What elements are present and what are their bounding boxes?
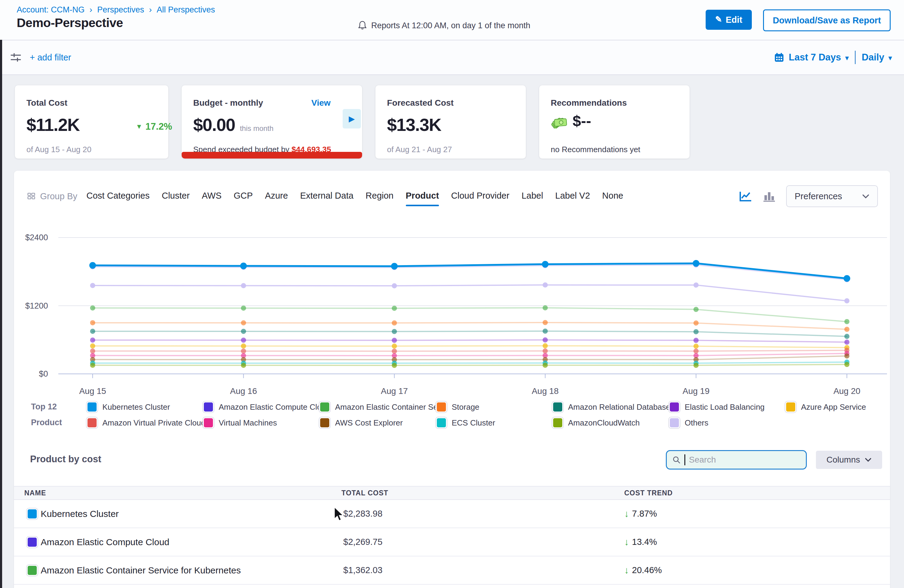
budget-value-caption: this month xyxy=(240,124,274,133)
series-point-kubernetes-cluster xyxy=(240,263,247,269)
breadcrumb-link-account-ccm-ng[interactable]: Account: CCM-NG xyxy=(17,5,85,14)
tab-label[interactable]: Label xyxy=(522,191,543,202)
tab-cost-categories[interactable]: Cost Categories xyxy=(87,191,150,202)
line-chart-type-icon[interactable] xyxy=(739,190,753,202)
total-cost-card: Total Cost $11.2K ▼ 17.2% of Aug 15 - Au… xyxy=(15,85,168,158)
table-body: Kubernetes Cluster$2,283.98↓7.87%Amazon … xyxy=(14,500,890,585)
series-point-elastic-load-balancing xyxy=(542,337,548,343)
table-row-kubernetes-cluster[interactable]: Kubernetes Cluster$2,283.98↓7.87% xyxy=(14,500,890,528)
series-point-others xyxy=(241,283,246,288)
series-point-azure-app-service xyxy=(542,343,548,348)
legend-item-amazon-relational-database: Amazon Relational Database ... xyxy=(552,400,679,414)
card-title: Recommendations xyxy=(551,98,627,108)
report-schedule: Reports At 12:00 AM, on day 1 of the mon… xyxy=(358,21,530,30)
budget-view-link[interactable]: View xyxy=(311,98,330,108)
chevron-down-icon: ▾ xyxy=(888,54,892,62)
y-tick-label: $0 xyxy=(39,369,48,378)
legend-label: AmazonCloudWatch xyxy=(568,418,640,428)
x-tick-label: Aug 20 xyxy=(833,386,861,396)
legend-label: Amazon Relational Database ... xyxy=(568,402,679,412)
legend-swatch xyxy=(319,417,330,428)
x-tick-label: Aug 18 xyxy=(532,386,559,396)
tab-none[interactable]: None xyxy=(602,191,623,202)
bar-chart-type-icon[interactable] xyxy=(762,190,776,202)
legend-title-line1: Top 12 xyxy=(31,402,57,411)
legend-label: ECS Cluster xyxy=(452,418,495,428)
series-point-amazoncloudwatch xyxy=(241,363,246,368)
table-row-amazon-elastic-container-service-for-kubernetes[interactable]: Amazon Elastic Container Service for Kub… xyxy=(14,556,890,585)
tab-aws[interactable]: AWS xyxy=(202,191,221,202)
legend-swatch xyxy=(319,401,330,413)
forecasted-cost-card: Forecasted Cost $13.3K of Aug 21 - Aug 2… xyxy=(375,85,526,158)
page-header: Account: CCM-NG›Perspectives›All Perspec… xyxy=(0,0,904,40)
total-cost-value: $11.2K xyxy=(27,114,80,135)
group-by-row: Group By Cost CategoriesClusterAWSGCPAzu… xyxy=(27,184,878,209)
row-total-cost: $1,362.03 xyxy=(343,556,382,584)
x-tick-label: Aug 17 xyxy=(381,386,408,396)
search-placeholder: Search xyxy=(689,455,716,465)
search-input[interactable]: Search xyxy=(666,450,807,469)
series-line-kubernetes-cluster xyxy=(93,263,847,278)
total-cost-period: of Aug 15 - Aug 20 xyxy=(27,145,92,154)
text-caret xyxy=(684,454,685,465)
tab-external-data[interactable]: External Data xyxy=(300,191,354,202)
tab-cluster[interactable]: Cluster xyxy=(161,191,190,202)
legend-swatch xyxy=(87,401,98,413)
group-by-label: Group By xyxy=(27,191,77,201)
x-tick-label: Aug 16 xyxy=(230,386,257,396)
legend-item-ecs-cluster: ECS Cluster xyxy=(436,416,495,430)
tab-region[interactable]: Region xyxy=(366,191,394,202)
tab-azure[interactable]: Azure xyxy=(265,191,288,202)
series-point-others xyxy=(694,283,699,288)
breadcrumb-link-all-perspectives[interactable]: All Perspectives xyxy=(157,5,215,14)
series-point-storage xyxy=(844,327,850,332)
add-filter-button[interactable]: + add filter xyxy=(30,52,71,63)
legend-swatch xyxy=(552,417,563,428)
series-point-others xyxy=(844,298,850,303)
legend-item-azure-app-service: Azure App Service xyxy=(785,400,866,414)
series-point-elastic-load-balancing xyxy=(90,337,95,343)
series-point-amazoncloudwatch xyxy=(90,363,95,368)
tab-gcp[interactable]: GCP xyxy=(234,191,253,202)
time-range-value: Last 7 Days xyxy=(789,52,841,63)
series-line-amazoncloudwatch xyxy=(93,365,847,365)
granularity-dropdown[interactable]: Daily ▾ xyxy=(862,52,892,63)
row-cost-trend: ↓20.46% xyxy=(624,556,662,584)
legend-label: Azure App Service xyxy=(801,402,866,412)
download-save-report-button[interactable]: Download/Save as Report xyxy=(763,9,891,31)
trend-percent: 7.87% xyxy=(632,509,657,519)
cost-line-chart[interactable]: $0$1200$2400Aug 15Aug 16Aug 17Aug 18Aug … xyxy=(14,225,890,401)
breadcrumb-link-perspectives[interactable]: Perspectives xyxy=(97,5,144,14)
tab-cloud-provider[interactable]: Cloud Provider xyxy=(451,191,509,202)
edit-button[interactable]: ✎ Edit xyxy=(706,10,752,30)
series-point-amazon-elastic-container-se xyxy=(90,305,95,310)
column-header-total-cost: TOTAL COST xyxy=(341,487,388,499)
card-title: Budget - monthly xyxy=(193,98,263,108)
series-point-kubernetes-cluster xyxy=(844,275,850,282)
table-row-amazon-elastic-compute-cloud[interactable]: Amazon Elastic Compute Cloud$2,269.75↓13… xyxy=(14,528,890,556)
series-point-kubernetes-cluster xyxy=(692,260,699,267)
trend-percent: 20.46% xyxy=(632,565,662,575)
x-tick-label: Aug 19 xyxy=(683,386,710,396)
filter-sliders-icon[interactable] xyxy=(9,51,22,64)
divider xyxy=(855,51,856,64)
tab-product[interactable]: Product xyxy=(406,191,439,202)
legend-swatch xyxy=(87,417,98,428)
perspective-panel: Group By Cost CategoriesClusterAWSGCPAzu… xyxy=(14,171,890,588)
row-name: Amazon Elastic Container Service for Kub… xyxy=(41,556,241,584)
columns-dropdown[interactable]: Columns xyxy=(816,451,882,469)
series-point-amazon-relational-database xyxy=(241,329,246,334)
preferences-dropdown[interactable]: Preferences xyxy=(786,185,878,207)
series-point-amazon-elastic-container-se xyxy=(241,305,246,311)
series-point-others xyxy=(90,283,95,288)
granularity-value: Daily xyxy=(862,52,884,63)
series-line-others xyxy=(93,285,847,301)
time-range-dropdown[interactable]: Last 7 Days ▾ xyxy=(774,52,849,63)
tab-label-v2[interactable]: Label V2 xyxy=(555,191,590,202)
budget-expand-button[interactable]: ▶ xyxy=(343,109,361,128)
chart-legend: Top 12 Product Kubernetes ClusterAmazon … xyxy=(14,400,890,434)
series-point-amazon-relational-database xyxy=(542,329,548,334)
series-line-virtual-machines xyxy=(93,354,847,356)
row-name: Amazon Elastic Compute Cloud xyxy=(41,528,169,556)
series-line-ecs-cluster xyxy=(93,362,847,363)
